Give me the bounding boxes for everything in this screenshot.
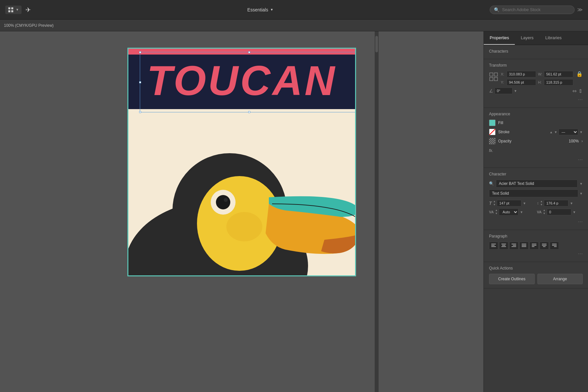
kerning-down-btn[interactable]: ▼ (495, 212, 498, 215)
size-spinners: ▲ ▼ (493, 200, 496, 206)
tab-properties[interactable]: Properties (484, 31, 515, 45)
font-size-input[interactable] (497, 200, 521, 206)
stroke-controls: ▲ ▼ — ▼ (549, 129, 583, 135)
character-more-btn[interactable]: ··· (489, 218, 583, 226)
opacity-row: Opacity 100% › (489, 138, 583, 144)
y-input[interactable] (507, 79, 536, 86)
svg-rect-17 (491, 246, 496, 247)
artboard[interactable]: TOUCAN (127, 48, 356, 276)
zoom-label: 100% (CMYK/GPU Preview) (4, 23, 54, 28)
leading-icon: ↕ (537, 201, 539, 205)
leading-input[interactable] (544, 200, 568, 206)
tracking-dropdown-arrow[interactable]: ▼ (573, 210, 576, 214)
appearance-more-btn[interactable]: ··· (489, 155, 583, 164)
opacity-label[interactable]: Opacity (498, 139, 566, 143)
font-dropdown-arrow[interactable]: ▼ (580, 182, 583, 186)
stroke-select[interactable]: — (559, 129, 578, 135)
svg-rect-23 (512, 246, 516, 247)
flip-h-icon[interactable]: ⇔ (572, 88, 577, 94)
paragraph-title: Paragraph (489, 234, 583, 238)
svg-rect-16 (491, 245, 495, 246)
vertical-scrollbar[interactable] (375, 31, 379, 392)
kerning-spinners: ▲ ▼ (495, 209, 498, 215)
svg-rect-1 (11, 7, 13, 9)
w-input-group: W: (538, 71, 573, 77)
justify-right-btn[interactable] (550, 242, 559, 250)
stroke-color-swatch[interactable] (489, 129, 496, 135)
justify-btn[interactable] (519, 242, 529, 250)
kerning-group: VA ▲ ▼ Auto ▼ (489, 208, 535, 216)
size-up-btn[interactable]: ▲ (493, 200, 496, 203)
tracking-up-btn[interactable]: ▲ (543, 209, 546, 212)
opacity-chevron[interactable]: › (581, 139, 583, 143)
leading-spinners: ▲ ▼ (540, 200, 543, 206)
leading-group: ↕ ▲ ▼ ▼ (537, 200, 583, 206)
size-dropdown-arrow[interactable]: ▼ (523, 202, 526, 205)
fill-color-swatch[interactable] (489, 120, 496, 126)
scroll-thumb (375, 36, 378, 52)
font-name-input[interactable] (496, 180, 578, 188)
h-input[interactable] (544, 79, 573, 86)
tab-layers[interactable]: Layers (515, 31, 539, 45)
leading-down-btn[interactable]: ▼ (540, 203, 543, 206)
svg-rect-13 (490, 77, 493, 81)
stroke-label[interactable]: Stroke (498, 130, 547, 134)
search-input[interactable] (502, 7, 567, 12)
font-variant-input[interactable] (489, 189, 578, 197)
transform-grid-icon (489, 72, 498, 82)
svg-rect-0 (8, 7, 10, 9)
quick-actions-title: Quick Actions (489, 266, 583, 270)
create-outlines-btn[interactable]: Create Outlines (489, 274, 535, 284)
y-input-group: Y: (501, 79, 536, 86)
align-left-btn[interactable] (489, 242, 498, 250)
stroke-row: Stroke ▲ ▼ — ▼ (489, 129, 583, 135)
essentials-button[interactable]: Essentials ▼ (247, 7, 273, 12)
tab-libraries[interactable]: Libraries (539, 31, 567, 45)
align-right-btn[interactable] (509, 242, 518, 250)
font-variant-row: ▼ (489, 189, 583, 197)
svg-rect-27 (532, 244, 536, 244)
svg-rect-26 (522, 246, 526, 247)
leading-dropdown-arrow[interactable]: ▼ (570, 202, 573, 205)
svg-rect-19 (502, 245, 505, 246)
svg-rect-15 (491, 244, 496, 244)
kerning-row: VA ▲ ▼ Auto ▼ VA ▲ ▼ (489, 208, 583, 216)
x-input[interactable] (507, 71, 536, 77)
paragraph-align-row (489, 242, 583, 250)
search-bar[interactable]: 🔍 (490, 6, 575, 14)
fill-label[interactable]: Fill (498, 121, 583, 125)
justify-center-btn[interactable] (540, 242, 549, 250)
svg-rect-2 (8, 10, 10, 12)
w-input[interactable] (544, 71, 573, 77)
svg-rect-12 (494, 73, 498, 76)
appearance-section: Appearance Fill Stroke ▲ ▼ — ▼ (484, 108, 588, 168)
workspace-switcher[interactable]: ▼ (5, 6, 22, 14)
justify-left-btn[interactable] (530, 242, 539, 250)
stroke-spinner-up[interactable]: ▲ (549, 130, 553, 134)
tracking-input[interactable] (547, 209, 571, 215)
size-down-btn[interactable]: ▼ (493, 203, 496, 206)
tracking-down-btn[interactable]: ▼ (543, 212, 546, 215)
kerning-up-btn[interactable]: ▲ (495, 209, 498, 212)
right-panel: Properties Layers Libraries Characters T… (483, 31, 588, 392)
paragraph-more-btn[interactable]: ··· (489, 250, 583, 258)
lock-proportions-icon[interactable]: 🔒 (576, 71, 583, 77)
svg-rect-20 (501, 246, 506, 247)
flip-v-icon[interactable]: ⇔ (578, 89, 584, 93)
kerning-dropdown-arrow[interactable]: ▼ (520, 210, 523, 214)
transform-more-btn[interactable]: ··· (489, 95, 583, 104)
kerning-select[interactable]: Auto (499, 208, 518, 216)
panel-collapse-btn[interactable]: ≫ (577, 7, 583, 13)
paragraph-section: Paragraph (484, 230, 588, 262)
angle-input[interactable] (495, 88, 513, 94)
leading-up-btn[interactable]: ▲ (540, 200, 543, 203)
canvas-area[interactable]: TOUCAN (0, 31, 483, 392)
variant-dropdown-arrow[interactable]: ▼ (580, 192, 583, 195)
stroke-spinner-down[interactable]: ▼ (554, 130, 557, 134)
arrange-btn[interactable]: Arrange (537, 274, 583, 284)
character-section: Character 🔍 ▼ ▼ T ▲ ▼ (484, 168, 588, 230)
fx-button[interactable]: fx. (489, 148, 493, 153)
quick-action-icon[interactable]: ✈ (25, 6, 31, 14)
align-center-btn[interactable] (499, 242, 508, 250)
banner-pink-stripe (128, 49, 355, 55)
